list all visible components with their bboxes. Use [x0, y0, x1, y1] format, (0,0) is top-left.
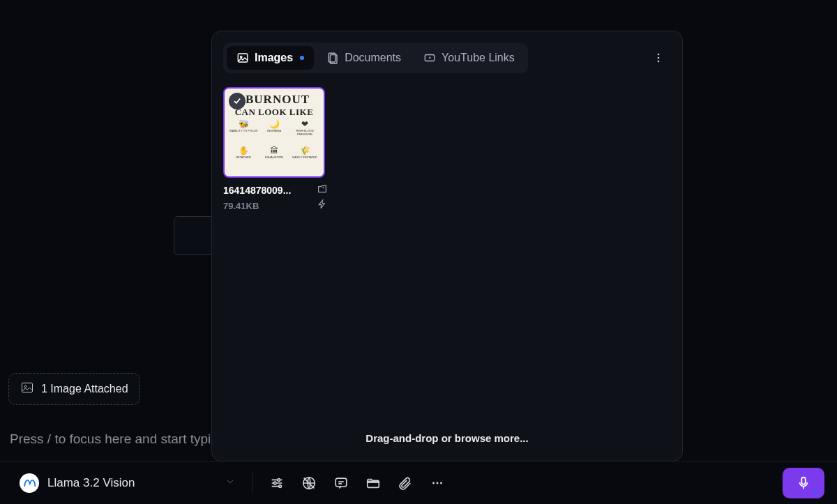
svg-point-4 — [279, 484, 282, 487]
svg-rect-11 — [801, 477, 806, 484]
toolbar-icon-group — [263, 469, 451, 497]
svg-point-10 — [440, 482, 442, 484]
panel-more-button[interactable] — [646, 45, 671, 70]
thumbnails-area[interactable]: BURNOUT CAN LOOK LIKE 🐝INABILITY TO FOCU… — [223, 73, 671, 421]
tab-images[interactable]: Images — [227, 46, 314, 70]
attachment-tabs: Images Documents YouTube Links — [223, 43, 528, 73]
svg-rect-12 — [238, 54, 248, 62]
prompt-placeholder: Press / to focus here and start typing..… — [10, 432, 236, 447]
svg-point-3 — [273, 482, 276, 484]
panel-footer-text[interactable]: Drag-and-drop or browse more... — [223, 421, 671, 450]
bolt-icon[interactable] — [317, 199, 328, 213]
tab-youtube-links[interactable]: YouTube Links — [414, 46, 525, 70]
tab-youtube-label: YouTube Links — [442, 52, 515, 64]
tab-documents-label: Documents — [345, 52, 401, 64]
model-name: Llama 3.2 Vision — [47, 476, 135, 490]
divider — [252, 472, 253, 494]
svg-rect-6 — [335, 478, 347, 487]
thumbnail-image[interactable]: BURNOUT CAN LOOK LIKE 🐝INABILITY TO FOCU… — [223, 87, 325, 178]
rename-icon[interactable] — [317, 183, 328, 197]
attachment-chip-label: 1 Image Attached — [41, 383, 128, 395]
folder-icon[interactable] — [359, 469, 387, 497]
meta-logo-icon — [20, 473, 39, 493]
svg-point-2 — [278, 478, 280, 481]
thumbnail-card: BURNOUT CAN LOOK LIKE 🐝INABILITY TO FOCU… — [223, 87, 328, 213]
bottom-toolbar: Llama 3.2 Vision — [0, 461, 837, 504]
more-icon[interactable] — [423, 469, 451, 497]
attachment-chip[interactable]: 1 Image Attached — [8, 373, 140, 405]
tab-documents[interactable]: Documents — [317, 46, 411, 70]
svg-point-9 — [437, 482, 439, 484]
svg-point-8 — [432, 482, 435, 484]
svg-rect-0 — [22, 383, 33, 392]
check-icon — [229, 93, 246, 109]
attachments-panel: Images Documents YouTube Links BURNOUT — [211, 31, 683, 461]
svg-point-1 — [24, 385, 27, 388]
attachment-icon[interactable] — [391, 469, 419, 497]
chat-icon[interactable] — [327, 469, 355, 497]
svg-point-19 — [658, 61, 660, 63]
thumbnail-size: 79.41KB — [223, 201, 259, 211]
thumbnail-preview-grid: 🐝INABILITY TO FOCUS 🌙INSOMNIA ❤HIGH BLOO… — [225, 118, 324, 173]
svg-point-17 — [658, 54, 660, 56]
chevron-down-icon — [225, 476, 236, 490]
tab-images-indicator — [300, 56, 304, 60]
mic-indicator-dot — [814, 489, 817, 493]
svg-point-13 — [241, 56, 242, 57]
globe-off-icon[interactable] — [295, 469, 323, 497]
sliders-icon[interactable] — [263, 469, 291, 497]
image-icon — [20, 381, 34, 397]
model-selector[interactable]: Llama 3.2 Vision — [13, 469, 243, 497]
microphone-button[interactable] — [783, 468, 824, 498]
svg-point-18 — [658, 57, 660, 59]
thumbnail-filename: 16414878009... — [223, 185, 291, 196]
tab-images-label: Images — [255, 52, 293, 64]
